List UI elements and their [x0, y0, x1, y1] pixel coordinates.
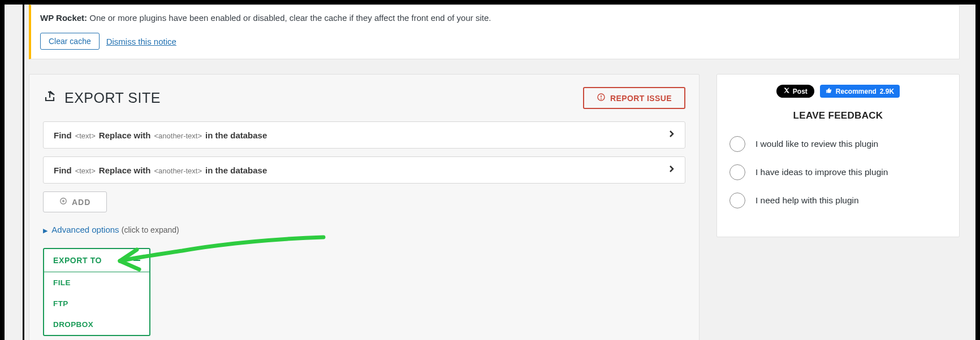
- fb-recommend-count: 2.9K: [880, 88, 894, 95]
- notice-prefix: WP Rocket:: [40, 13, 87, 23]
- social-buttons: Post Recommend 2.9K: [729, 85, 947, 98]
- warning-icon: [597, 93, 606, 103]
- feedback-option-help[interactable]: I need help with this plugin: [729, 193, 947, 208]
- panel-title: EXPORT SITE: [43, 90, 161, 107]
- find-replace-text: Find <text> Replace with <another-text> …: [54, 130, 267, 140]
- notice-actions: Clear cache Dismiss this notice: [40, 33, 950, 50]
- chevron-right-icon: [669, 165, 675, 175]
- feedback-title: LEAVE FEEDBACK: [729, 110, 947, 121]
- fb-recommend-button[interactable]: Recommend 2.9K: [820, 85, 900, 98]
- notice-message: One or more plugins have been enabled or…: [89, 13, 491, 23]
- svg-point-2: [601, 99, 602, 99]
- export-option-file[interactable]: FILE: [44, 272, 149, 293]
- feedback-option-review[interactable]: I would like to review this plugin: [729, 136, 947, 152]
- clear-cache-button[interactable]: Clear cache: [40, 33, 100, 50]
- report-issue-button[interactable]: REPORT ISSUE: [583, 87, 685, 109]
- panel-title-text: EXPORT SITE: [64, 90, 161, 106]
- export-to-label: EXPORT TO: [53, 256, 102, 265]
- export-option-dropbox[interactable]: DROPBOX: [44, 314, 149, 335]
- minus-icon: [133, 260, 140, 261]
- export-icon: [43, 90, 58, 107]
- add-label: ADD: [72, 198, 90, 207]
- fb-recommend-label: Recommend: [836, 88, 877, 95]
- triangle-right-icon: ▶: [43, 227, 48, 234]
- sidebar: Post Recommend 2.9K LEAVE FEEDBACK I wou…: [716, 74, 960, 237]
- export-to-dropdown: EXPORT TO FILE FTP DROPBOX: [43, 248, 150, 336]
- find-replace-row[interactable]: Find <text> Replace with <another-text> …: [43, 121, 685, 149]
- x-post-button[interactable]: Post: [776, 85, 814, 98]
- x-icon: [783, 87, 790, 95]
- feedback-option-label: I would like to review this plugin: [755, 139, 878, 149]
- find-replace-row[interactable]: Find <text> Replace with <another-text> …: [43, 156, 685, 184]
- radio-icon: [729, 164, 745, 180]
- advanced-hint: (click to expand): [122, 225, 179, 234]
- dismiss-notice-link[interactable]: Dismiss this notice: [106, 37, 176, 46]
- export-to-toggle[interactable]: EXPORT TO: [44, 249, 149, 272]
- chevron-right-icon: [669, 130, 675, 140]
- notice-wp-rocket: WP Rocket: One or more plugins have been…: [29, 5, 960, 59]
- notice-text: WP Rocket: One or more plugins have been…: [40, 13, 950, 23]
- radio-icon: [729, 193, 745, 208]
- plus-circle-icon: [59, 197, 67, 207]
- x-post-label: Post: [793, 88, 808, 95]
- add-button[interactable]: ADD: [43, 191, 107, 212]
- export-option-ftp[interactable]: FTP: [44, 293, 149, 314]
- export-site-panel: EXPORT SITE REPORT ISSUE Find: [29, 74, 700, 340]
- report-issue-label: REPORT ISSUE: [610, 94, 672, 103]
- feedback-option-label: I need help with this plugin: [755, 195, 859, 206]
- advanced-label: Advanced options: [51, 225, 119, 234]
- find-replace-text: Find <text> Replace with <another-text> …: [54, 165, 267, 175]
- feedback-option-ideas[interactable]: I have ideas to improve this plugin: [729, 164, 947, 180]
- radio-icon: [729, 136, 745, 152]
- thumbs-up-icon: [826, 87, 832, 95]
- advanced-options-toggle[interactable]: ▶ Advanced options (click to expand): [43, 225, 685, 234]
- feedback-option-label: I have ideas to improve this plugin: [755, 167, 888, 177]
